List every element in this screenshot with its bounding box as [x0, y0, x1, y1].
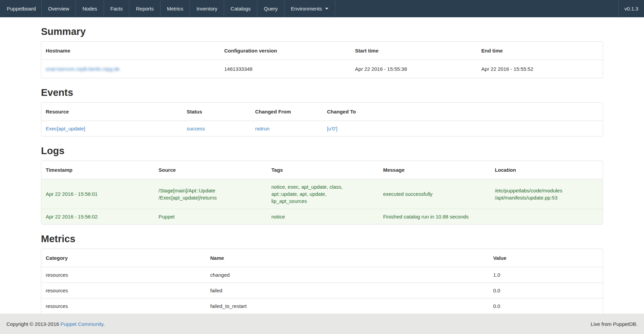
top-navbar: Puppetboard Overview Nodes Facts Reports… — [0, 0, 644, 17]
metric-row: resources changed 1.0 — [41, 267, 603, 283]
nav-environments-label: Environments — [291, 6, 322, 12]
log-message: executed successfully — [379, 179, 490, 209]
log-tags: notice, exec, apt_update, class, apt::up… — [267, 179, 379, 209]
summary-row: snat-tservvm.mpib-berlin.mpg.de 14613333… — [41, 60, 603, 78]
log-location-line: /etc/puppetlabs/code/modules — [495, 187, 598, 194]
column-header-location: Location — [490, 161, 603, 179]
column-header-changed-to: Changed To — [323, 103, 603, 121]
nav-item-inventory[interactable]: Inventory — [190, 0, 224, 17]
version-badge: v0.1.3 — [618, 0, 644, 17]
events-header-row: Resource Status Changed From Changed To — [41, 103, 603, 121]
event-status-link[interactable]: success — [187, 126, 205, 131]
puppet-community-link[interactable]: Puppet Community — [61, 321, 103, 327]
copyright-prefix: Copyright © 2013-2016 — [6, 321, 59, 327]
summary-header-row: Hostname Configuration version Start tim… — [41, 42, 603, 60]
log-tags: notice — [267, 209, 379, 224]
logs-header-row: Timestamp Source Tags Message Location — [41, 161, 603, 179]
metric-row: resources failed 0.0 — [41, 283, 603, 298]
nav-item-facts[interactable]: Facts — [104, 0, 130, 17]
copyright-suffix: . — [103, 321, 105, 327]
log-source: Puppet — [154, 209, 267, 224]
metric-category: resources — [41, 283, 206, 298]
event-row: Exec[apt_update] success notrun [u'0'] — [41, 121, 603, 136]
summary-section-title: Summary — [41, 26, 603, 37]
column-header-changed-from: Changed From — [251, 103, 322, 121]
column-header-status: Status — [182, 103, 251, 121]
logs-section-title: Logs — [41, 145, 603, 156]
configuration-version-value: 1461333348 — [220, 60, 350, 78]
log-row: Apr 22 2016 - 15:56:02 Puppet notice Fin… — [41, 209, 603, 224]
log-source-line: Puppet — [158, 213, 262, 220]
navbar-spacer — [335, 0, 618, 17]
report-content: Summary Hostname Configuration version S… — [41, 26, 603, 328]
hostname-link[interactable]: snat-tservvm.mpib-berlin.mpg.de — [46, 66, 120, 72]
event-changed-from-link[interactable]: notrun — [255, 126, 270, 131]
column-header-source: Source — [154, 161, 267, 179]
column-header-hostname: Hostname — [41, 42, 220, 60]
event-resource-link[interactable]: Exec[apt_update] — [46, 126, 85, 131]
log-message: Finished catalog run in 10.88 seconds — [379, 209, 490, 224]
metric-value: 1.0 — [489, 267, 603, 283]
column-header-start-time: Start time — [351, 42, 477, 60]
metrics-header-row: Category Name Value — [41, 249, 603, 267]
column-header-message: Message — [379, 161, 490, 179]
nav-item-nodes[interactable]: Nodes — [76, 0, 104, 17]
copyright-text: Copyright © 2013-2016 Puppet Community. — [6, 321, 105, 327]
start-time-value: Apr 22 2016 - 15:55:38 — [351, 60, 477, 78]
metrics-section-title: Metrics — [41, 233, 603, 244]
log-timestamp: Apr 22 2016 - 15:56:01 — [41, 179, 154, 209]
nav-item-query[interactable]: Query — [257, 0, 284, 17]
column-header-value: Value — [489, 249, 603, 267]
puppetdb-status-text: Live from PuppetDB. — [591, 321, 638, 327]
events-table: Resource Status Changed From Changed To … — [41, 102, 603, 137]
metric-name: changed — [206, 267, 489, 283]
column-header-configuration-version: Configuration version — [220, 42, 350, 60]
nav-item-reports[interactable]: Reports — [129, 0, 160, 17]
log-timestamp: Apr 22 2016 - 15:56:02 — [41, 209, 154, 224]
log-source-line: /Stage[main]/Apt::Update — [158, 187, 262, 194]
log-row: Apr 22 2016 - 15:56:01 /Stage[main]/Apt:… — [41, 179, 603, 209]
chevron-down-icon — [325, 8, 328, 9]
summary-table: Hostname Configuration version Start tim… — [41, 41, 603, 78]
log-source-line: /Exec[apt_update]/returns — [158, 194, 262, 201]
metric-name: failed — [206, 283, 489, 298]
events-section-title: Events — [41, 87, 603, 98]
column-header-timestamp: Timestamp — [41, 161, 154, 179]
log-source: /Stage[main]/Apt::Update /Exec[apt_updat… — [154, 179, 267, 209]
event-changed-to-link[interactable]: [u'0'] — [327, 126, 338, 131]
nav-item-overview[interactable]: Overview — [42, 0, 76, 17]
column-header-resource: Resource — [41, 103, 182, 121]
metric-name: failed_to_restart — [206, 298, 489, 314]
column-header-tags: Tags — [267, 161, 379, 179]
nav-item-metrics[interactable]: Metrics — [160, 0, 190, 17]
puppetboard-report-page: Puppetboard Overview Nodes Facts Reports… — [0, 0, 644, 334]
column-header-category: Category — [41, 249, 206, 267]
metric-value: 0.0 — [489, 298, 603, 314]
metric-category: resources — [41, 298, 206, 314]
end-time-value: Apr 22 2016 - 15:55:52 — [477, 60, 603, 78]
metric-value: 0.0 — [489, 283, 603, 298]
nav-environments-dropdown[interactable]: Environments — [284, 0, 335, 17]
nav-brand-puppetboard[interactable]: Puppetboard — [0, 0, 42, 17]
logs-table: Timestamp Source Tags Message Location A… — [41, 161, 603, 225]
log-location: /etc/puppetlabs/code/modules /apt/manife… — [490, 179, 603, 209]
metric-category: resources — [41, 267, 206, 283]
page-footer: Copyright © 2013-2016 Puppet Community. … — [0, 314, 644, 334]
column-header-name: Name — [206, 249, 489, 267]
metric-row: resources failed_to_restart 0.0 — [41, 298, 603, 314]
log-location — [490, 209, 603, 224]
column-header-end-time: End time — [477, 42, 603, 60]
nav-item-catalogs[interactable]: Catalogs — [224, 0, 257, 17]
log-location-line: /apt/manifests/update.pp:53 — [495, 194, 598, 201]
